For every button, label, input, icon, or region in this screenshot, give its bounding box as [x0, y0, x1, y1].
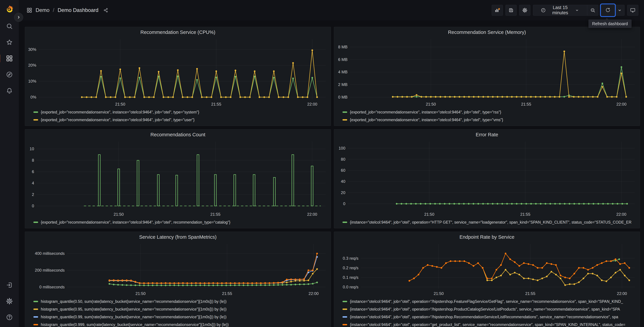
svg-text:80: 80: [341, 157, 345, 162]
legend-label: {instance="otelcol:9464", job="otel", op…: [350, 220, 632, 224]
svg-text:0.1 req/s: 0.1 req/s: [343, 275, 358, 280]
panel-plot: 21:5021:5522:000 milliseconds200 millise…: [25, 242, 331, 297]
legend-item[interactable]: {exported_job="recommendationservice", i…: [342, 116, 638, 124]
sidebar-item-sign-in[interactable]: [5, 281, 14, 290]
svg-text:0%: 0%: [30, 95, 36, 100]
panel-legend: {instance="otelcol:9464", job="otel", op…: [334, 297, 640, 327]
panel-title[interactable]: Recommendations Count: [25, 130, 331, 139]
legend-swatch: [34, 316, 38, 318]
svg-text:8 MB: 8 MB: [338, 45, 348, 49]
refresh-interval-button[interactable]: [614, 5, 624, 16]
refresh-icon: [602, 5, 614, 15]
panel-title[interactable]: Error Rate: [334, 130, 640, 139]
bell-icon: [5, 86, 14, 95]
svg-text:0: 0: [343, 202, 345, 206]
panel-legend: {instance="otelcol:9464", job="otel", op…: [334, 218, 640, 228]
svg-text:21:55: 21:55: [520, 212, 530, 216]
svg-text:60: 60: [341, 168, 345, 172]
panel-title[interactable]: Service Latency (from SpanMetrics): [25, 232, 331, 242]
legend-item[interactable]: {exported_job="recommendationservice", i…: [34, 218, 329, 226]
dashboards-grid-icon: [5, 54, 14, 63]
tv-mode-button[interactable]: [627, 5, 638, 16]
legend-item[interactable]: histogram_quantile(0.95, sum(rate(latenc…: [34, 305, 329, 313]
legend-swatch: [34, 324, 38, 325]
svg-text:200 milliseconds: 200 milliseconds: [35, 268, 65, 272]
svg-text:4 MB: 4 MB: [338, 70, 348, 74]
panel-title[interactable]: Recommendation Service (Memory): [334, 27, 640, 37]
legend-item[interactable]: {exported_job="recommendationservice", i…: [34, 108, 329, 116]
panel-title[interactable]: Recommendation Service (CPU%): [25, 27, 331, 37]
gear-icon: [522, 5, 528, 16]
sidebar-item-configuration[interactable]: [5, 297, 14, 306]
panel-endpoint-rate: Endpoint Rate by Service 21:5021:5522:00…: [334, 232, 640, 327]
chart-svg: 21:5021:5522:000 milliseconds200 millise…: [25, 242, 331, 297]
legend-item[interactable]: {instance="otelcol:9464", job="otel", op…: [342, 218, 638, 226]
legend-item[interactable]: {instance="otelcol:9464", job="otel", op…: [342, 321, 638, 327]
legend-item[interactable]: histogram_quantile(0.999, sum(rate(laten…: [34, 321, 329, 327]
sidebar-item-alerting[interactable]: [5, 86, 14, 95]
legend-item[interactable]: {exported_job="recommendationservice", i…: [34, 116, 329, 124]
sidebar-item-dashboards[interactable]: [5, 54, 14, 63]
svg-text:21:50: 21:50: [114, 212, 124, 216]
legend-label: {instance="otelcol:9464", job="otel", op…: [350, 315, 618, 319]
legend-item[interactable]: {instance="otelcol:9464", job="otel", op…: [342, 298, 638, 305]
grafana-logo[interactable]: [5, 4, 14, 14]
legend-swatch: [34, 119, 38, 120]
panel-title[interactable]: Endpoint Rate by Service: [334, 232, 640, 242]
legend-item[interactable]: {exported_job="recommendationservice", i…: [342, 108, 638, 116]
svg-text:22:00: 22:00: [616, 212, 626, 216]
svg-text:21:55: 21:55: [222, 291, 232, 296]
time-picker-group: Last 15 minutes: [533, 5, 598, 16]
svg-text:20%: 20%: [28, 63, 36, 68]
refresh-button[interactable]: [601, 5, 614, 16]
legend-label: histogram_quantile(0.50, sum(rate(latenc…: [41, 299, 226, 304]
panel-plot: 21:5021:5522:000%10%20%30%: [25, 37, 331, 108]
svg-text:8: 8: [32, 158, 34, 162]
zoom-out-button[interactable]: [587, 5, 598, 16]
svg-text:4: 4: [32, 181, 34, 185]
panel-plot: 21:5021:5522:000 MB2 MB4 MB6 MB8 MB: [334, 37, 640, 108]
svg-text:6 MB: 6 MB: [338, 57, 348, 62]
legend-swatch: [342, 316, 347, 318]
sidebar-item-help[interactable]: [5, 313, 14, 322]
share-icon: [103, 7, 109, 13]
legend-swatch: [34, 308, 38, 310]
legend-item[interactable]: {instance="otelcol:9464", job="otel", op…: [342, 313, 638, 321]
chart-svg: 21:5021:5522:000246810: [25, 139, 331, 218]
sidebar-item-starred[interactable]: [5, 38, 14, 47]
panel-legend: {exported_job="recommendationservice", i…: [25, 218, 331, 228]
star-icon: [5, 38, 14, 47]
svg-text:0.2 req/s: 0.2 req/s: [343, 266, 358, 270]
search-icon: [5, 22, 14, 30]
share-button[interactable]: [103, 7, 109, 13]
chevron-down-icon: [616, 5, 623, 15]
svg-text:22:00: 22:00: [617, 291, 627, 296]
legend-label: histogram_quantile(0.99, sum(rate(latenc…: [41, 315, 226, 319]
sidebar-item-search[interactable]: [5, 22, 14, 30]
legend-item[interactable]: {instance="otelcol:9464", job="otel", op…: [342, 305, 638, 313]
legend-item[interactable]: histogram_quantile(0.50, sum(rate(latenc…: [34, 298, 329, 305]
legend-swatch: [342, 119, 347, 120]
topbar: Demo / Demo Dashboard Last 15 minutes: [19, 0, 644, 20]
sidebar-expand-button[interactable]: [14, 13, 23, 22]
add-panel-button[interactable]: [492, 5, 503, 16]
legend-swatch: [34, 301, 38, 302]
svg-text:10%: 10%: [28, 79, 36, 84]
breadcrumb-section[interactable]: Demo: [36, 7, 50, 13]
breadcrumb-page: Demo Dashboard: [58, 7, 98, 13]
help-icon: [5, 313, 14, 322]
panel-latency: Service Latency (from SpanMetrics) 21:50…: [25, 232, 331, 327]
svg-text:100: 100: [338, 146, 345, 150]
dashboard-settings-button[interactable]: [519, 5, 530, 16]
save-dashboard-button[interactable]: [506, 5, 516, 16]
legend-item[interactable]: histogram_quantile(0.99, sum(rate(latenc…: [34, 313, 329, 321]
sidebar-item-explore[interactable]: [5, 70, 14, 79]
svg-text:21:50: 21:50: [115, 102, 125, 106]
sidebar: [0, 0, 19, 327]
panel-plot: 21:5021:5522:00020406080100: [334, 139, 640, 218]
legend-swatch: [342, 324, 347, 325]
time-picker-button[interactable]: Last 15 minutes: [533, 5, 587, 16]
svg-text:0 MB: 0 MB: [338, 95, 348, 100]
svg-text:10: 10: [30, 146, 34, 151]
svg-text:30%: 30%: [28, 47, 36, 52]
